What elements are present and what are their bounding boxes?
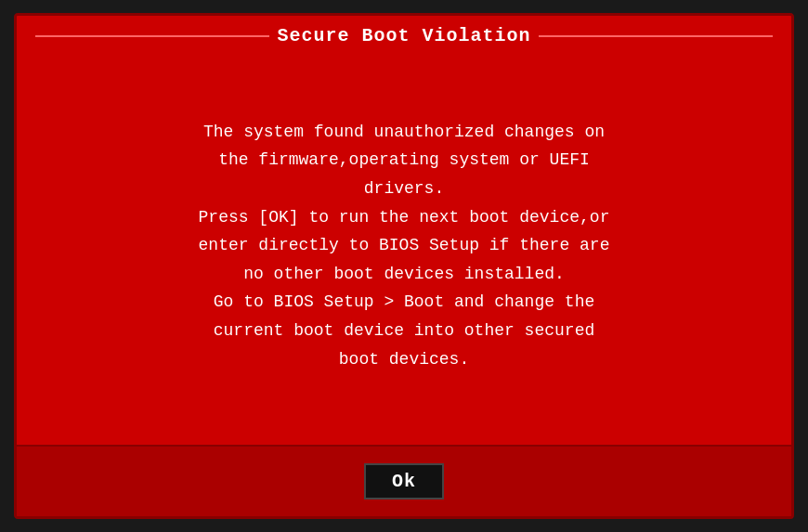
message-line2: the firmware,operating system or UEFI — [218, 150, 590, 169]
message-line7: Go to BIOS Setup > Boot and change the — [214, 292, 594, 311]
message-line6: no other boot devices installed. — [243, 265, 565, 283]
title-line-left — [35, 35, 269, 37]
window-title: Secure Boot Violation — [277, 25, 530, 46]
title-line-right — [539, 35, 773, 37]
message-line8: current boot device into other secured — [214, 321, 594, 340]
message-line5: enter directly to BIOS Setup if there ar… — [199, 236, 610, 254]
secure-boot-violation-screen: Secure Boot Violation The system found u… — [14, 13, 794, 519]
message-body: The system found unauthorized changes on… — [199, 118, 610, 373]
button-area: Ok — [17, 445, 791, 516]
message-line9: boot devices. — [339, 350, 469, 369]
message-line1: The system found unauthorized changes on — [203, 123, 605, 141]
message-line4: Press [OK] to run the next boot device,o… — [199, 208, 610, 227]
ok-button[interactable]: Ok — [364, 463, 444, 500]
message-area: The system found unauthorized changes on… — [17, 56, 791, 445]
title-bar: Secure Boot Violation — [17, 16, 791, 56]
message-line3: drivers. — [364, 179, 444, 198]
